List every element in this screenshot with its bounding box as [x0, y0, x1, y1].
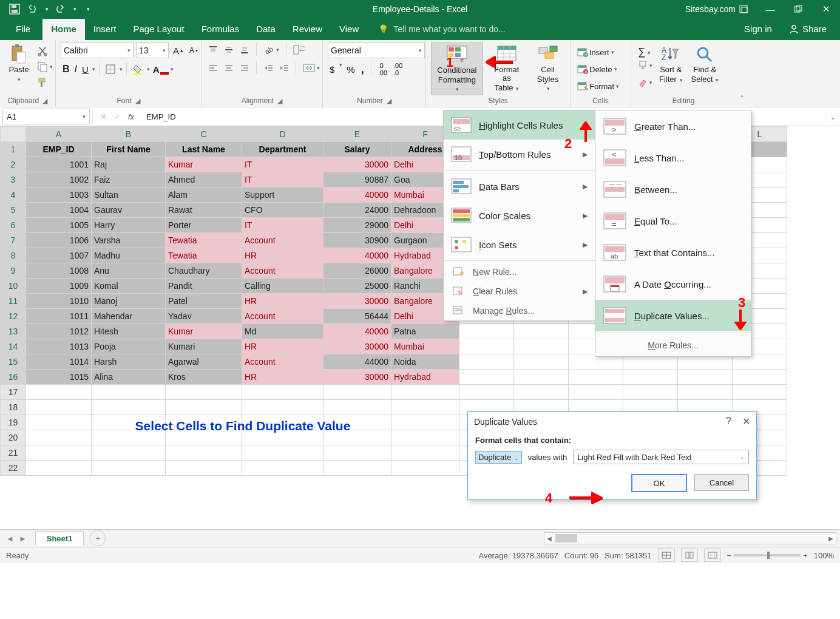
row-header[interactable]: 4	[1, 188, 26, 203]
cell[interactable]	[26, 385, 92, 400]
align-right-icon[interactable]	[238, 61, 251, 75]
cell[interactable]: 30000	[323, 294, 391, 309]
cell[interactable]: 90887	[323, 172, 391, 188]
cell[interactable]: 1011	[26, 309, 92, 324]
cell[interactable]: 26000	[323, 263, 391, 279]
percent-format-icon[interactable]: %	[345, 62, 356, 76]
font-size-combo[interactable]: 13▾	[136, 42, 169, 58]
cell[interactable]: Alam	[166, 188, 242, 203]
cell[interactable]: 1009	[26, 279, 92, 294]
copy-icon[interactable]: ▾	[35, 59, 55, 74]
cell[interactable]: 1006	[26, 233, 92, 248]
row-header[interactable]: 11	[1, 294, 26, 309]
cell[interactable]: 25000	[323, 279, 391, 294]
cell[interactable]: 1001	[26, 157, 92, 172]
increase-indent-icon[interactable]	[277, 61, 291, 75]
zoom-level[interactable]: 100%	[814, 551, 834, 560]
submenu-greater-than[interactable]: >Greater Than...	[595, 110, 751, 142]
cell[interactable]: 30900	[323, 233, 391, 248]
menu-icon-sets[interactable]: Icon Sets▶	[444, 230, 595, 259]
cell[interactable]	[92, 400, 166, 415]
row-header[interactable]: 22	[1, 461, 26, 476]
cell[interactable]	[569, 385, 623, 400]
cell[interactable]	[166, 400, 242, 415]
merge-center-icon[interactable]: ▾	[301, 61, 322, 75]
cell[interactable]	[323, 400, 391, 415]
cell[interactable]	[92, 385, 166, 400]
cell[interactable]: 44000	[323, 354, 391, 370]
cell[interactable]	[323, 385, 391, 400]
cell[interactable]: Pooja	[92, 339, 166, 354]
cell[interactable]: Account	[242, 354, 323, 370]
row-header[interactable]: 20	[1, 430, 26, 445]
minimize-icon[interactable]: —	[756, 0, 784, 18]
column-header[interactable]: B	[92, 127, 166, 142]
submenu-less-than[interactable]: <Less Than...	[595, 142, 751, 174]
row-header[interactable]: 16	[1, 370, 26, 385]
cell[interactable]: Alina	[92, 370, 166, 385]
row-header[interactable]: 18	[1, 400, 26, 415]
tab-file[interactable]: File	[4, 19, 42, 40]
zoom-slider[interactable]: −+ 100%	[727, 551, 834, 560]
cell[interactable]: Tewatia	[166, 233, 242, 248]
menu-clear-rules[interactable]: Clear Rules▶	[444, 282, 595, 301]
name-box[interactable]: A1▾	[2, 109, 90, 124]
paste-button[interactable]: Paste▾	[5, 42, 33, 85]
cell[interactable]	[391, 385, 459, 400]
cell[interactable]: Support	[242, 188, 323, 203]
cell[interactable]: 1010	[26, 294, 92, 309]
fill-icon[interactable]: ▾	[636, 58, 654, 73]
format-painter-icon[interactable]	[35, 75, 55, 90]
sheet-tab[interactable]: Sheet1	[35, 531, 84, 546]
cell[interactable]: Anu	[92, 263, 166, 279]
cell[interactable]: Madhu	[92, 248, 166, 263]
submenu-equal-to[interactable]: =Equal To...	[595, 205, 751, 237]
cell[interactable]: Kumari	[166, 339, 242, 354]
insert-cells-button[interactable]: +Insert ▾	[575, 45, 621, 59]
tab-view[interactable]: View	[331, 19, 367, 40]
share-button[interactable]: Share	[782, 19, 834, 40]
cell[interactable]: CFO	[242, 203, 323, 218]
cell[interactable]: Harsh	[92, 354, 166, 370]
sign-in-link[interactable]: Sign in	[737, 19, 779, 40]
row-header[interactable]: 15	[1, 354, 26, 370]
cell[interactable]: IT	[242, 218, 323, 233]
menu-top-bottom-rules[interactable]: 10 Top/Bottom Rules▶	[444, 140, 595, 169]
align-center-icon[interactable]	[222, 61, 235, 75]
cell[interactable]: Chaudhary	[166, 263, 242, 279]
orientation-icon[interactable]: ab▾	[262, 42, 281, 57]
decrease-decimal-icon[interactable]: .00.0	[391, 62, 404, 76]
submenu-more-rules[interactable]: More Rules...	[595, 334, 751, 356]
page-layout-view-icon[interactable]	[681, 549, 698, 562]
cell[interactable]: 40000	[323, 248, 391, 263]
cell[interactable]: Rawat	[166, 203, 242, 218]
sort-filter-button[interactable]: AZ Sort &Filter ▾	[655, 42, 686, 86]
table-header-cell[interactable]: Department	[242, 142, 323, 157]
horizontal-scrollbar[interactable]: ◄►	[544, 532, 836, 544]
row-header[interactable]: 3	[1, 172, 26, 188]
table-header-cell[interactable]: Last Name	[166, 142, 242, 157]
cell[interactable]: Mumbai	[391, 339, 459, 354]
align-bottom-icon[interactable]	[238, 42, 251, 57]
cell[interactable]	[92, 445, 166, 461]
fx-icon[interactable]: fx	[128, 112, 134, 121]
cell[interactable]: Faiz	[92, 172, 166, 188]
cell[interactable]: Varsha	[92, 233, 166, 248]
cell[interactable]: Kumar	[166, 324, 242, 339]
cell[interactable]: Calling	[242, 279, 323, 294]
dialog-help-icon[interactable]: ?	[726, 416, 731, 427]
ok-button[interactable]: OK	[631, 474, 687, 492]
cell[interactable]: Mahendar	[92, 309, 166, 324]
row-header[interactable]: 14	[1, 339, 26, 354]
cell[interactable]: 1003	[26, 188, 92, 203]
row-header[interactable]: 7	[1, 233, 26, 248]
cell[interactable]: 1014	[26, 354, 92, 370]
cell[interactable]	[242, 400, 323, 415]
cell[interactable]	[678, 385, 733, 400]
row-header[interactable]: 2	[1, 157, 26, 172]
table-header-cell[interactable]: EMP_ID	[26, 142, 92, 157]
cell[interactable]: 30000	[323, 370, 391, 385]
format-as-table-button[interactable]: Format asTable ▾	[486, 42, 528, 94]
cell[interactable]	[92, 461, 166, 476]
undo-icon[interactable]	[27, 3, 39, 15]
